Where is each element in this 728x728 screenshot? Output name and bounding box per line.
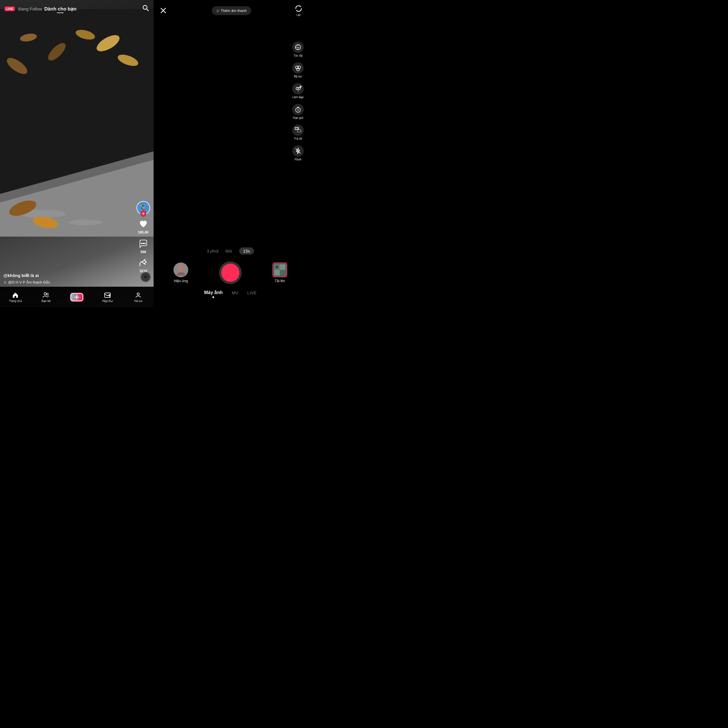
svg-point-1 bbox=[94, 32, 122, 55]
add-sound-label: Thêm âm thanh bbox=[221, 9, 246, 13]
speed-label: Tốc độ bbox=[294, 54, 302, 57]
beauty-label: Làm đẹp bbox=[292, 96, 303, 99]
reply-svg bbox=[295, 127, 301, 134]
svg-point-6 bbox=[4, 55, 29, 77]
nav-home-label: Trang chủ bbox=[9, 300, 21, 303]
nav-create[interactable] bbox=[61, 293, 92, 301]
tab-mayanh[interactable]: Máy ảnh bbox=[204, 290, 223, 298]
flip-button[interactable]: Lật bbox=[295, 5, 303, 17]
reply-icon bbox=[292, 125, 304, 136]
nav-friends[interactable]: Bạn bè bbox=[31, 292, 61, 303]
tab-mv[interactable]: MV bbox=[232, 291, 238, 298]
flash-tool[interactable]: Flash bbox=[292, 145, 304, 161]
inbox-icon bbox=[104, 292, 111, 298]
tab-live[interactable]: LIVE bbox=[248, 291, 257, 298]
username[interactable]: @không biết là ai bbox=[3, 273, 131, 278]
tab-foryou[interactable]: Dành cho bạn bbox=[44, 6, 76, 12]
camera-tools: 1x Tốc độ Bộ lọc bbox=[292, 41, 304, 161]
duration-3min[interactable]: 3 phút bbox=[207, 249, 219, 253]
flip-icon bbox=[295, 5, 303, 12]
profile-icon bbox=[135, 292, 142, 298]
svg-text:3: 3 bbox=[297, 110, 298, 112]
tab-underline bbox=[57, 12, 64, 13]
nav-profile[interactable]: Hồ sơ bbox=[123, 292, 154, 303]
record-button-wrap[interactable] bbox=[219, 262, 242, 284]
svg-line-12 bbox=[147, 9, 148, 11]
plus-icon bbox=[73, 294, 80, 300]
upload-button[interactable]: Tải lên bbox=[272, 263, 287, 283]
filter-svg bbox=[295, 64, 301, 71]
upload-thumbnail bbox=[272, 263, 287, 277]
svg-point-9 bbox=[7, 197, 38, 219]
svg-point-3 bbox=[46, 40, 69, 63]
upload-label: Tải lên bbox=[275, 279, 285, 283]
flash-svg bbox=[295, 148, 301, 154]
effect-avatar bbox=[173, 263, 188, 277]
speed-tool[interactable]: 1x Tốc độ bbox=[292, 41, 304, 57]
tab-foryou-wrap[interactable]: Dành cho bạn bbox=[44, 6, 76, 12]
svg-rect-45 bbox=[297, 130, 301, 132]
svg-point-49 bbox=[177, 272, 185, 275]
music-text: @D H V P Âm thanh Gốc bbox=[8, 280, 50, 284]
svg-point-4 bbox=[116, 52, 140, 68]
nav-inbox-label: Hộp thư bbox=[102, 300, 113, 303]
search-icon[interactable] bbox=[142, 5, 149, 13]
duration-60s[interactable]: 60s bbox=[225, 249, 232, 253]
timer-icon: 3 bbox=[292, 104, 304, 115]
beauty-icon bbox=[292, 83, 304, 95]
filter-tool[interactable]: Bộ lọc bbox=[292, 62, 304, 78]
svg-rect-0 bbox=[0, 9, 154, 237]
comment-count: 568 bbox=[141, 250, 146, 254]
svg-point-48 bbox=[178, 265, 184, 271]
effect-label: Hiệu ứng bbox=[174, 279, 188, 283]
bottom-info: @không biết là ai ♫ @D H V P Âm thanh Gố… bbox=[3, 273, 131, 284]
svg-point-11 bbox=[143, 5, 147, 9]
create-button[interactable] bbox=[70, 293, 83, 301]
tab-following[interactable]: Đang Follow bbox=[18, 6, 42, 11]
reply-tool[interactable]: Trả lời bbox=[292, 125, 304, 140]
add-sound-button[interactable]: ♫ Thêm âm thanh bbox=[212, 6, 251, 15]
home-icon bbox=[12, 292, 19, 298]
svg-point-53 bbox=[275, 266, 278, 268]
timer-svg: 3 bbox=[295, 106, 301, 113]
bottom-nav: Trang chủ Bạn bè bbox=[0, 287, 154, 307]
flash-label: Flash bbox=[295, 158, 301, 161]
svg-point-5 bbox=[19, 32, 38, 43]
nav-profile-label: Hồ sơ bbox=[135, 300, 142, 303]
flash-icon bbox=[292, 145, 304, 157]
timer-tool[interactable]: 3 Hẹn giờ bbox=[292, 104, 304, 119]
close-button[interactable] bbox=[158, 5, 168, 16]
live-badge: LIVE bbox=[5, 6, 15, 11]
capture-row: Hiệu ứng Tải lên bbox=[158, 262, 303, 284]
beauty-tool[interactable]: Làm đẹp bbox=[292, 83, 304, 99]
close-icon bbox=[160, 7, 167, 14]
camera-top-bar: ♫ Thêm âm thanh Lật bbox=[154, 0, 307, 19]
top-bar: LIVE Đang Follow Dành cho bạn bbox=[0, 0, 154, 15]
follow-plus-badge[interactable]: + bbox=[141, 211, 146, 216]
svg-point-7 bbox=[20, 210, 66, 218]
nav-home[interactable]: Trang chủ bbox=[0, 292, 31, 303]
tab-mv-label: MV bbox=[232, 291, 238, 295]
comment-icon bbox=[139, 239, 148, 249]
svg-point-36 bbox=[300, 86, 301, 87]
svg-point-14 bbox=[143, 243, 144, 244]
like-icon bbox=[139, 219, 148, 230]
music-row[interactable]: ♫ @D H V P Âm thanh Gốc bbox=[3, 280, 131, 284]
record-button[interactable] bbox=[221, 264, 239, 282]
nav-inbox[interactable]: Hộp thư bbox=[92, 292, 123, 303]
svg-point-23 bbox=[137, 293, 139, 295]
camera-viewport: 1x Tốc độ Bộ lọc bbox=[154, 19, 307, 243]
filter-icon bbox=[292, 62, 304, 73]
video-background[interactable] bbox=[0, 0, 154, 307]
effect-button[interactable]: Hiệu ứng bbox=[173, 263, 188, 283]
share-action[interactable]: 3218 bbox=[139, 258, 148, 273]
like-action[interactable]: 190,4K bbox=[138, 219, 149, 234]
timer-label: Hẹn giờ bbox=[293, 116, 303, 119]
comment-action[interactable]: 568 bbox=[139, 239, 148, 254]
duration-15s[interactable]: 15s bbox=[239, 248, 254, 254]
avatar-wrap[interactable]: 🦆 + bbox=[136, 201, 150, 215]
music-note-icon: ♫ bbox=[3, 280, 6, 284]
flip-label: Lật bbox=[297, 13, 301, 17]
tab-live-label: LIVE bbox=[248, 291, 257, 295]
svg-point-15 bbox=[144, 243, 146, 244]
